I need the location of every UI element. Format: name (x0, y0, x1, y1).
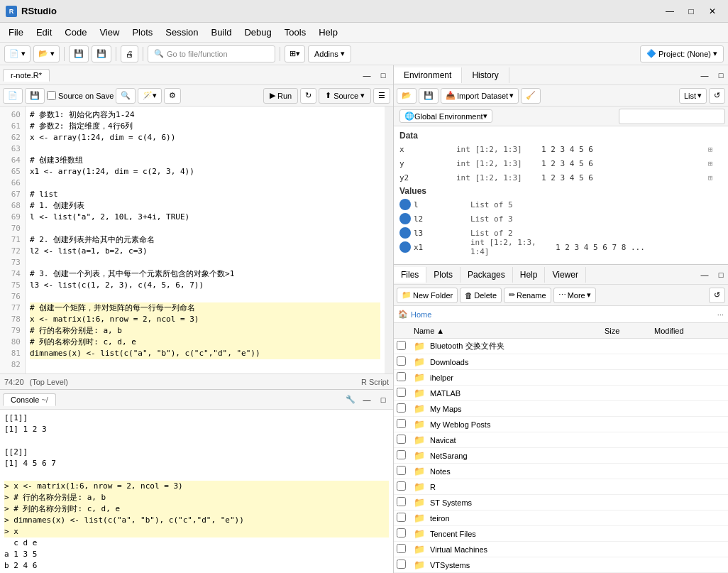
files-row[interactable]: 📁NetSarang (394, 448, 728, 464)
file-checkbox[interactable] (397, 528, 406, 537)
menu-build[interactable]: Build (206, 24, 238, 40)
file-checkbox[interactable] (397, 435, 406, 444)
files-home-bar[interactable]: 🏠 Home ··· (394, 306, 728, 323)
file-checkbox[interactable] (397, 544, 406, 553)
files-row[interactable]: 📁Bluetooth 交换文件夹 (394, 339, 728, 354)
rename-button[interactable]: ✏ Rename (504, 288, 551, 303)
import-dataset-button[interactable]: 📥 Import Dataset ▾ (441, 88, 519, 104)
files-expand[interactable]: □ (714, 268, 728, 281)
re-run-button[interactable]: ↻ (300, 88, 316, 104)
col-modified[interactable]: Modified (654, 327, 725, 335)
source-on-save-checkbox[interactable] (47, 91, 56, 100)
files-row[interactable]: 📁ST Systems (394, 495, 728, 511)
file-checkbox[interactable] (397, 497, 406, 506)
menu-debug[interactable]: Debug (238, 24, 277, 40)
open-file-button[interactable]: 📂▾ (33, 45, 60, 62)
env-data-row[interactable]: xint [1:2, 1:3]1 2 3 4 5 6⊞ (397, 142, 725, 156)
editor-tab-rnote[interactable]: r-note.R* (3, 69, 50, 82)
file-checkbox[interactable] (397, 341, 406, 350)
menu-code[interactable]: Code (59, 24, 92, 40)
search-button[interactable]: 🔍 (116, 88, 136, 104)
load-workspace-button[interactable]: 📂 (397, 88, 417, 104)
file-checkbox[interactable] (397, 403, 406, 413)
files-row[interactable]: 📁My Weblog Posts (394, 417, 728, 432)
code-content[interactable]: # 参数1: 初始化内容为1-24# 参数2: 指定维度，4行6列x <- ar… (26, 107, 385, 373)
save-all-button[interactable]: 💾 (92, 45, 111, 62)
env-value-row[interactable]: l2List of 3 (397, 212, 725, 226)
file-checkbox[interactable] (397, 466, 406, 475)
console-collapse[interactable]: — (360, 393, 374, 406)
files-row[interactable]: 📁ihelper (394, 370, 728, 386)
menu-help[interactable]: Help (313, 24, 343, 40)
new-folder-button[interactable]: 📁 New Folder (397, 288, 458, 303)
console-wrench[interactable]: 🔧 (343, 393, 358, 406)
env-search-input[interactable] (619, 109, 725, 124)
files-row[interactable]: 📁My Maps (394, 401, 728, 417)
console-content[interactable]: [[1]][1] 1 2 3[[2]][1] 4 5 6 7> x <- mat… (0, 410, 393, 573)
compile-button[interactable]: ⚙ (164, 88, 181, 104)
console-tab[interactable]: Console ~/ (3, 393, 56, 406)
clear-workspace-button[interactable]: 🧹 (521, 88, 541, 104)
col-size[interactable]: Size (605, 327, 654, 335)
maximize-button[interactable]: □ (681, 4, 701, 19)
menu-session[interactable]: Session (160, 24, 204, 40)
new-script-button[interactable]: 📄 (3, 88, 23, 104)
col-name[interactable]: Name ▲ (414, 327, 605, 335)
tab-packages[interactable]: Packages (460, 267, 513, 283)
console-expand[interactable]: □ (376, 393, 390, 406)
tab-environment[interactable]: Environment (394, 67, 462, 83)
minimize-button[interactable]: — (660, 4, 680, 19)
env-value-row[interactable]: x1int [1:2, 1:3, 1:4]1 2 3 4 5 6 7 8 ... (397, 240, 725, 254)
files-collapse[interactable]: — (697, 268, 712, 281)
save-button[interactable]: 💾 (69, 45, 89, 62)
files-row[interactable]: 📁Tencent Files (394, 526, 728, 542)
env-data-row[interactable]: y2int [1:2, 1:3]1 2 3 4 5 6⊞ (397, 170, 725, 185)
addins-button[interactable]: Addins▾ (308, 45, 351, 62)
files-row[interactable]: 📁Notes (394, 464, 728, 479)
delete-button[interactable]: 🗑 Delete (460, 288, 502, 303)
expand-icon[interactable]: ⊞ (708, 173, 722, 182)
file-checkbox[interactable] (397, 372, 406, 381)
save-workspace-button[interactable]: 💾 (419, 88, 439, 104)
global-env-selector[interactable]: 🌐 Global Environment ▾ (399, 109, 492, 123)
project-button[interactable]: 🔷 Project: (None)▾ (640, 45, 724, 62)
tab-help[interactable]: Help (513, 267, 546, 283)
tab-plots[interactable]: Plots (426, 267, 460, 283)
files-row[interactable]: 📁MATLAB (394, 386, 728, 401)
files-row[interactable]: 📁Downloads (394, 354, 728, 370)
close-button[interactable]: ✕ (702, 4, 722, 19)
more-files-btn[interactable]: ··· (717, 310, 724, 319)
new-file-button[interactable]: 📄▾ (4, 45, 31, 62)
menu-view[interactable]: View (94, 24, 125, 40)
more-button[interactable]: ⋯ More ▾ (553, 288, 596, 303)
editor-scrollbar[interactable] (385, 107, 393, 373)
menu-plots[interactable]: Plots (126, 24, 158, 40)
expand-icon[interactable]: ⊞ (708, 145, 722, 154)
env-collapse[interactable]: — (697, 69, 712, 82)
file-checkbox[interactable] (397, 419, 406, 428)
goto-file-input[interactable]: 🔍 Go to file/function (148, 45, 275, 62)
files-row[interactable]: 📁Navicat (394, 432, 728, 448)
files-row[interactable]: 📁VTSystems (394, 557, 728, 573)
source-on-save-label[interactable]: Source on Save (47, 91, 114, 100)
menu-file[interactable]: File (3, 24, 29, 40)
run-button[interactable]: ▶ Run (263, 88, 298, 104)
file-checkbox[interactable] (397, 560, 406, 569)
tab-files[interactable]: Files (394, 267, 426, 283)
wand-button[interactable]: 🪄▾ (138, 88, 162, 104)
env-expand[interactable]: □ (714, 69, 728, 82)
more-options-button[interactable]: ☰ (373, 88, 390, 104)
editor-expand-button[interactable]: □ (376, 69, 390, 82)
menu-edit[interactable]: Edit (31, 24, 57, 40)
menu-tools[interactable]: Tools (279, 24, 311, 40)
editor-collapse-button[interactable]: — (360, 69, 374, 82)
source-button[interactable]: ⬆ Source ▾ (319, 88, 371, 104)
refresh-files-button[interactable]: ↺ (709, 288, 725, 303)
file-checkbox[interactable] (397, 513, 406, 522)
grid-button[interactable]: ⊞▾ (285, 45, 305, 62)
files-row[interactable]: 📁R (394, 479, 728, 495)
expand-icon[interactable]: ⊞ (708, 159, 722, 168)
file-checkbox[interactable] (397, 450, 406, 459)
print-button[interactable]: 🖨 (121, 45, 138, 62)
env-data-row[interactable]: yint [1:2, 1:3]1 2 3 4 5 6⊞ (397, 156, 725, 170)
